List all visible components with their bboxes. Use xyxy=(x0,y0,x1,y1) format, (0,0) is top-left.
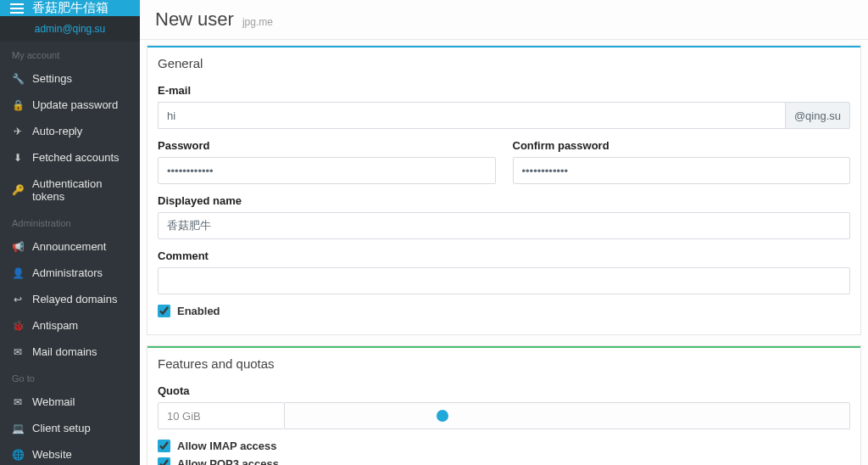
user-icon: 👤 xyxy=(12,267,24,279)
allow-imap-checkbox[interactable] xyxy=(158,440,170,452)
reply-icon: ↩ xyxy=(12,294,24,305)
field-enabled: Enabled xyxy=(158,305,850,317)
nav-header-goto: Go to xyxy=(0,365,140,389)
nav-label: Webmail xyxy=(32,395,75,408)
page-subtitle: jpg.me xyxy=(242,16,273,28)
enabled-label: Enabled xyxy=(177,305,220,317)
app-root: 香菇肥牛信箱 admin@qing.su My account 🔧Setting… xyxy=(0,0,868,465)
nav-label: Website xyxy=(32,448,72,461)
nav-settings[interactable]: 🔧Settings xyxy=(0,65,140,92)
bullhorn-icon: 📢 xyxy=(12,241,24,253)
nav-update-password[interactable]: 🔒Update password xyxy=(0,92,140,118)
nav-label: Antispam xyxy=(32,319,78,332)
nav-label: Auto-reply xyxy=(32,125,82,137)
displayed-name-label: Displayed name xyxy=(158,194,850,207)
nav-header-admin: Administration xyxy=(0,210,140,233)
menu-toggle-icon[interactable] xyxy=(10,3,24,14)
field-confirm-password: Confirm password xyxy=(513,139,851,184)
nav-label: Fetched accounts xyxy=(32,151,120,164)
quota-label: Quota xyxy=(158,384,850,397)
nav-administrators[interactable]: 👤Administrators xyxy=(0,260,140,286)
panel-body: Quota 10 GiB Allow IMAP access Allow POP… xyxy=(147,379,860,465)
laptop-icon: 💻 xyxy=(12,423,24,434)
comment-label: Comment xyxy=(158,249,850,262)
mail-icon: ✉ xyxy=(12,396,24,408)
field-password: Password xyxy=(158,139,496,184)
field-allow-imap: Allow IMAP access xyxy=(158,440,850,452)
password-label: Password xyxy=(158,139,496,152)
sidebar: 香菇肥牛信箱 admin@qing.su My account 🔧Setting… xyxy=(0,0,140,465)
nav-website[interactable]: 🌐Website xyxy=(0,441,140,465)
nav-announcement[interactable]: 📢Announcement xyxy=(0,233,140,260)
nav-auto-reply[interactable]: ✈Auto-reply xyxy=(0,118,140,144)
page-header: New user jpg.me xyxy=(140,0,868,40)
nav-webmail[interactable]: ✉Webmail xyxy=(0,389,140,415)
panel-body: E-mail @qing.su Password Confirm passwor… xyxy=(147,79,860,334)
panel-title-general: General xyxy=(147,46,860,79)
nav-relayed-domains[interactable]: ↩Relayed domains xyxy=(0,286,140,312)
nav-label: Authentication tokens xyxy=(32,177,128,203)
field-allow-pop3: Allow POP3 access xyxy=(158,457,850,465)
panel-features: Features and quotas Quota 10 GiB Allow I… xyxy=(147,345,861,465)
page-title: New user xyxy=(155,8,234,31)
panel-general: General E-mail @qing.su Password Conf xyxy=(147,45,861,335)
brand-title: 香菇肥牛信箱 xyxy=(32,0,108,16)
enabled-checkbox[interactable] xyxy=(158,305,170,317)
lock-icon: 🔒 xyxy=(12,99,24,111)
email-domain-addon: @qing.su xyxy=(785,102,850,129)
nav-antispam[interactable]: 🐞Antispam xyxy=(0,312,140,339)
topbar: 香菇肥牛信箱 xyxy=(0,0,140,16)
field-quota: Quota 10 GiB xyxy=(158,384,850,429)
nav-label: Administrators xyxy=(32,266,103,279)
nav-label: Settings xyxy=(32,72,72,85)
slider-thumb-icon[interactable] xyxy=(437,410,448,422)
nav-fetched-accounts[interactable]: ⬇Fetched accounts xyxy=(0,144,140,171)
confirm-password-input[interactable] xyxy=(513,157,851,184)
globe-icon: 🌐 xyxy=(12,449,24,461)
main-content: New user jpg.me General E-mail @qing.su … xyxy=(140,0,868,465)
envelope-icon: ✉ xyxy=(12,346,24,358)
quota-display: 10 GiB xyxy=(158,402,285,429)
nav-label: Update password xyxy=(32,98,118,111)
displayed-name-input[interactable] xyxy=(158,212,850,239)
current-user-email[interactable]: admin@qing.su xyxy=(0,16,140,42)
field-displayed-name: Displayed name xyxy=(158,194,850,239)
wrench-icon: 🔧 xyxy=(12,73,24,85)
download-icon: ⬇ xyxy=(12,152,24,164)
plane-icon: ✈ xyxy=(12,126,24,137)
password-input[interactable] xyxy=(158,157,496,184)
nav-header-account: My account xyxy=(0,42,140,65)
field-email: E-mail @qing.su xyxy=(158,84,850,129)
nav-label: Client setup xyxy=(32,422,91,434)
nav-mail-domains[interactable]: ✉Mail domains xyxy=(0,339,140,365)
panel-title-features: Features and quotas xyxy=(147,346,860,379)
key-icon: 🔑 xyxy=(12,184,24,196)
email-input[interactable] xyxy=(158,102,785,129)
confirm-password-label: Confirm password xyxy=(513,139,851,152)
email-input-group: @qing.su xyxy=(158,102,850,129)
quota-slider[interactable] xyxy=(285,402,850,429)
bug-icon: 🐞 xyxy=(12,320,24,332)
allow-imap-label: Allow IMAP access xyxy=(177,440,277,452)
allow-pop3-label: Allow POP3 access xyxy=(177,457,279,465)
nav-label: Mail domains xyxy=(32,345,97,358)
field-comment: Comment xyxy=(158,249,850,294)
comment-input[interactable] xyxy=(158,267,850,294)
email-label: E-mail xyxy=(158,84,850,97)
nav-auth-tokens[interactable]: 🔑Authentication tokens xyxy=(0,171,140,210)
nav-client-setup[interactable]: 💻Client setup xyxy=(0,415,140,441)
allow-pop3-checkbox[interactable] xyxy=(158,457,170,465)
quota-input-group: 10 GiB xyxy=(158,402,850,429)
nav-label: Relayed domains xyxy=(32,293,117,305)
nav-label: Announcement xyxy=(32,240,106,253)
